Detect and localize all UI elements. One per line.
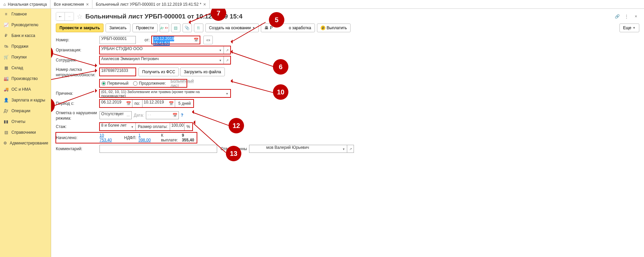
tab-document[interactable]: Больничный лист УРБП-000001 от 10.12.201… [92, 0, 210, 8]
seniority-input[interactable]: 8 и более лет [99, 123, 129, 131]
dropdown-button[interactable]: ▾ [129, 123, 136, 131]
violation-date-label: Дата: [134, 113, 144, 118]
pay-button[interactable]: ₽Выплатить [317, 24, 351, 32]
ndfl-label: НДФЛ: [124, 135, 136, 140]
sheet-no-input[interactable]: 187698721633 [99, 68, 136, 76]
responsible-input[interactable]: мов Валерий Юрьевич [249, 145, 340, 153]
calendar-button[interactable]: 📅 [193, 36, 200, 44]
close-icon[interactable]: × [633, 13, 639, 20]
calendar-icon: 📅 [172, 113, 177, 118]
org-input[interactable]: УРБАН СТУДИО ООО [99, 46, 217, 54]
close-icon[interactable]: × [203, 2, 206, 7]
more-button[interactable]: Еще▼ [619, 24, 639, 32]
annotation-badge-13: 13 [226, 146, 241, 161]
number-input[interactable]: УРБП-000001 [99, 36, 136, 44]
calendar-button[interactable]: 📅 [171, 111, 179, 119]
tab-document-label: Больничный лист УРБП-000001 от 10.12.201… [96, 2, 201, 7]
get-fss-button[interactable]: Получить из ФСС [138, 68, 179, 76]
book-icon: ▤ [3, 130, 9, 135]
stamp-icon: ▭ [206, 38, 210, 42]
more-label: Еще [623, 26, 631, 30]
print-button[interactable]: ▤ [171, 24, 180, 32]
tab-home[interactable]: ⌂ Начальная страница [0, 0, 50, 8]
printer-icon: 🖶 [265, 26, 269, 30]
arrow-head-icon [229, 50, 233, 54]
truck-icon: 🚚 [3, 87, 9, 92]
dropdown-button[interactable]: ▾ [217, 46, 224, 54]
violation-date-input[interactable]: . . [146, 111, 171, 119]
forward-button[interactable]: → [65, 12, 74, 20]
sidebar-item-bank[interactable]: ₽Банк и касса [0, 30, 51, 41]
save-button[interactable]: Записать [106, 24, 130, 32]
back-button[interactable]: ← [56, 12, 65, 20]
primary-radio[interactable]: Первичный [102, 81, 128, 86]
sidebar-label: Руководителю [11, 23, 38, 27]
date-value: 10.12.2019 15:41:52 [153, 36, 174, 46]
comment-input[interactable] [99, 145, 217, 153]
pay-size-label: Размер оплаты: [138, 124, 168, 129]
sidebar-item-admin[interactable]: ⚙Администрирование [0, 138, 51, 148]
attach-button[interactable]: 📎 [183, 24, 192, 32]
sidebar-label: Покупки [11, 55, 27, 59]
tab-accruals[interactable]: Все начисления × [50, 0, 92, 8]
calendar-button[interactable]: 📅 [125, 99, 132, 108]
help-icon[interactable]: ? [181, 113, 183, 118]
sidebar-item-payroll[interactable]: 👤Зарплата и кадры [0, 95, 51, 105]
post-and-close-button[interactable]: Провести и закрыть [56, 24, 104, 32]
primary-label: Первичный [107, 81, 128, 86]
open-button[interactable]: ↗ [347, 145, 354, 153]
period-from-input[interactable]: 06.12.2019 [99, 99, 125, 108]
more-menu-icon[interactable]: ⋮ [623, 13, 630, 20]
days-label: 5 дней [178, 101, 191, 106]
arrow-head-icon [95, 89, 99, 93]
pay-label: Выплатить [327, 26, 347, 30]
arrow-head-icon [191, 120, 195, 124]
ruble-icon: ₽ [3, 33, 9, 38]
sidebar-item-catalogs[interactable]: ▤Справочники [0, 127, 51, 138]
main-content: 7 5 6 8 9 10 11 12 13 ← → [51, 9, 644, 257]
calendar-icon: 📅 [126, 101, 131, 106]
dtkt-button[interactable]: ДтКт [160, 24, 169, 32]
accrued-link[interactable]: 10 753,40 [99, 133, 116, 142]
favorite-star-icon[interactable]: ☆ [77, 12, 83, 20]
sidebar-item-operations[interactable]: ДтОперации [0, 105, 51, 116]
sidebar-item-sales[interactable]: 🛍Продажи [0, 41, 51, 52]
sidebar-item-warehouse[interactable]: ▦Склад [0, 62, 51, 73]
sidebar-item-purchases[interactable]: 🛒Покупки [0, 52, 51, 62]
date-input[interactable]: 10.12.2019 15:41:52 [152, 36, 193, 44]
topay-value: 9 355,40 [182, 133, 196, 142]
ellipsis-button[interactable]: … [125, 111, 132, 119]
sidebar-label: Справочники [11, 130, 36, 135]
calendar-button[interactable]: 📅 [168, 99, 175, 108]
sidebar-item-production[interactable]: 🏭Производство [0, 73, 51, 84]
dropdown-button[interactable]: ▾ [224, 89, 231, 97]
violation-input[interactable]: Отсутствует [99, 111, 125, 119]
pay-size-input[interactable]: 100,00 [170, 123, 185, 131]
tabs-bar: ⌂ Начальная страница Все начисления × Бо… [0, 0, 644, 9]
continuation-radio[interactable]: Продолжение: [133, 81, 166, 86]
sidebar-item-reports[interactable]: ▮▮Отчеты [0, 116, 51, 127]
post-button[interactable]: Провести [132, 24, 158, 32]
close-icon[interactable]: × [86, 2, 89, 7]
stamp-button[interactable]: ▭ [203, 36, 213, 44]
period-to-input[interactable]: 10.12.2019 [142, 99, 168, 108]
dropdown-button[interactable]: ▾ [217, 56, 224, 64]
sidebar-item-manager[interactable]: 📈Руководителю [0, 19, 51, 30]
link-icon[interactable]: 🔗 [614, 13, 620, 20]
avg-earnings-button[interactable]: 🖶Ро заработка [261, 24, 315, 32]
sidebar-item-main[interactable]: ≡Главное [0, 9, 51, 19]
paperclip-icon: 📎 [185, 26, 190, 30]
dropdown-button[interactable]: ▾ [340, 145, 347, 153]
ndfl-link[interactable]: 1 398,00 [138, 133, 153, 142]
employee-input[interactable]: Ахилесов Эммануил Петрович [99, 56, 217, 64]
reason-input[interactable]: (01, 02, 10, 11) Заболевание или травма … [99, 89, 224, 97]
open-button[interactable]: ↗ [224, 56, 231, 64]
home-icon: ⌂ [3, 2, 6, 7]
sidebar: ≡Главное 📈Руководителю ₽Банк и касса 🛍Пр… [0, 9, 51, 257]
copy-button[interactable]: ⎘ [194, 24, 203, 32]
sidebar-item-assets[interactable]: 🚚ОС и НМА [0, 84, 51, 95]
load-file-button[interactable]: Загрузить из файла [180, 68, 225, 76]
bag-icon: 🛍 [3, 44, 9, 49]
warehouse-icon: ▦ [3, 65, 9, 71]
number-label: Номер: [56, 38, 99, 42]
